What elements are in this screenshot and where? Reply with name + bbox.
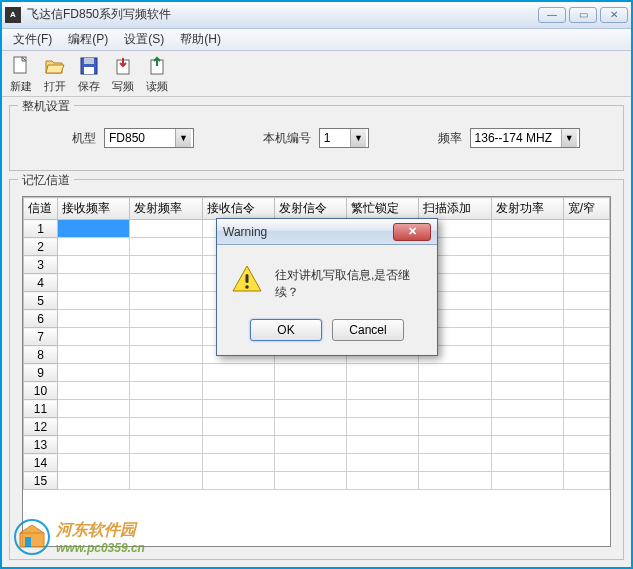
- table-cell[interactable]: [202, 436, 274, 454]
- table-cell[interactable]: [347, 400, 419, 418]
- table-cell[interactable]: [419, 364, 491, 382]
- table-cell[interactable]: [130, 292, 202, 310]
- table-cell[interactable]: [130, 274, 202, 292]
- table-cell[interactable]: [130, 346, 202, 364]
- table-cell[interactable]: [491, 472, 563, 490]
- table-cell[interactable]: [563, 220, 609, 238]
- table-cell[interactable]: [347, 436, 419, 454]
- table-cell[interactable]: [202, 418, 274, 436]
- table-cell[interactable]: [563, 310, 609, 328]
- column-header[interactable]: 信道: [24, 198, 58, 220]
- menu-settings[interactable]: 设置(S): [116, 29, 172, 50]
- table-cell[interactable]: [563, 400, 609, 418]
- table-cell[interactable]: [130, 400, 202, 418]
- row-header-cell[interactable]: 15: [24, 472, 58, 490]
- table-cell[interactable]: [58, 274, 130, 292]
- table-cell[interactable]: [58, 418, 130, 436]
- column-header[interactable]: 发射功率: [491, 198, 563, 220]
- table-cell[interactable]: [58, 292, 130, 310]
- row-header-cell[interactable]: 6: [24, 310, 58, 328]
- table-cell[interactable]: [130, 238, 202, 256]
- table-cell[interactable]: [491, 346, 563, 364]
- freq-select[interactable]: 136--174 MHZ: [470, 128, 580, 148]
- unit-select[interactable]: 1: [319, 128, 369, 148]
- table-cell[interactable]: [58, 382, 130, 400]
- table-cell[interactable]: [563, 364, 609, 382]
- table-cell[interactable]: [58, 436, 130, 454]
- table-row[interactable]: 10: [24, 382, 610, 400]
- table-row[interactable]: 11: [24, 400, 610, 418]
- table-cell[interactable]: [347, 382, 419, 400]
- table-cell[interactable]: [419, 436, 491, 454]
- table-cell[interactable]: [274, 382, 346, 400]
- table-cell[interactable]: [58, 220, 130, 238]
- column-header[interactable]: 接收频率: [58, 198, 130, 220]
- table-cell[interactable]: [419, 400, 491, 418]
- menu-program[interactable]: 编程(P): [60, 29, 116, 50]
- table-cell[interactable]: [130, 310, 202, 328]
- table-cell[interactable]: [202, 454, 274, 472]
- table-cell[interactable]: [563, 238, 609, 256]
- table-cell[interactable]: [274, 418, 346, 436]
- model-select[interactable]: FD850: [104, 128, 194, 148]
- table-cell[interactable]: [58, 310, 130, 328]
- table-cell[interactable]: [491, 454, 563, 472]
- table-cell[interactable]: [563, 418, 609, 436]
- row-header-cell[interactable]: 2: [24, 238, 58, 256]
- table-cell[interactable]: [347, 364, 419, 382]
- table-cell[interactable]: [491, 364, 563, 382]
- column-header[interactable]: 发射信令: [274, 198, 346, 220]
- table-cell[interactable]: [491, 220, 563, 238]
- table-cell[interactable]: [58, 238, 130, 256]
- table-cell[interactable]: [130, 472, 202, 490]
- maximize-button[interactable]: ▭: [569, 7, 597, 23]
- toolbar-open-button[interactable]: 打开: [39, 52, 71, 96]
- dialog-cancel-button[interactable]: Cancel: [332, 319, 404, 341]
- row-header-cell[interactable]: 1: [24, 220, 58, 238]
- table-cell[interactable]: [347, 454, 419, 472]
- table-cell[interactable]: [58, 472, 130, 490]
- toolbar-write-button[interactable]: 写频: [107, 52, 139, 96]
- table-cell[interactable]: [419, 454, 491, 472]
- row-header-cell[interactable]: 3: [24, 256, 58, 274]
- table-cell[interactable]: [130, 220, 202, 238]
- table-cell[interactable]: [563, 472, 609, 490]
- table-cell[interactable]: [274, 436, 346, 454]
- table-cell[interactable]: [491, 238, 563, 256]
- table-cell[interactable]: [58, 364, 130, 382]
- table-cell[interactable]: [563, 436, 609, 454]
- table-cell[interactable]: [491, 292, 563, 310]
- table-cell[interactable]: [563, 382, 609, 400]
- table-cell[interactable]: [563, 454, 609, 472]
- table-cell[interactable]: [491, 310, 563, 328]
- row-header-cell[interactable]: 4: [24, 274, 58, 292]
- table-cell[interactable]: [274, 400, 346, 418]
- row-header-cell[interactable]: 9: [24, 364, 58, 382]
- column-header[interactable]: 接收信令: [202, 198, 274, 220]
- table-cell[interactable]: [274, 472, 346, 490]
- table-cell[interactable]: [58, 346, 130, 364]
- table-row[interactable]: 9: [24, 364, 610, 382]
- table-cell[interactable]: [58, 400, 130, 418]
- table-cell[interactable]: [419, 382, 491, 400]
- dialog-close-button[interactable]: ✕: [393, 223, 431, 241]
- table-cell[interactable]: [491, 256, 563, 274]
- table-cell[interactable]: [491, 274, 563, 292]
- table-row[interactable]: 14: [24, 454, 610, 472]
- table-cell[interactable]: [58, 328, 130, 346]
- dialog-ok-button[interactable]: OK: [250, 319, 322, 341]
- table-cell[interactable]: [202, 472, 274, 490]
- close-button[interactable]: ✕: [600, 7, 628, 23]
- row-header-cell[interactable]: 5: [24, 292, 58, 310]
- toolbar-read-button[interactable]: 读频: [141, 52, 173, 96]
- table-cell[interactable]: [491, 418, 563, 436]
- table-cell[interactable]: [491, 328, 563, 346]
- menu-file[interactable]: 文件(F): [5, 29, 60, 50]
- row-header-cell[interactable]: 7: [24, 328, 58, 346]
- table-cell[interactable]: [130, 364, 202, 382]
- row-header-cell[interactable]: 8: [24, 346, 58, 364]
- table-row[interactable]: 15: [24, 472, 610, 490]
- toolbar-save-button[interactable]: 保存: [73, 52, 105, 96]
- table-row[interactable]: 13: [24, 436, 610, 454]
- table-cell[interactable]: [130, 382, 202, 400]
